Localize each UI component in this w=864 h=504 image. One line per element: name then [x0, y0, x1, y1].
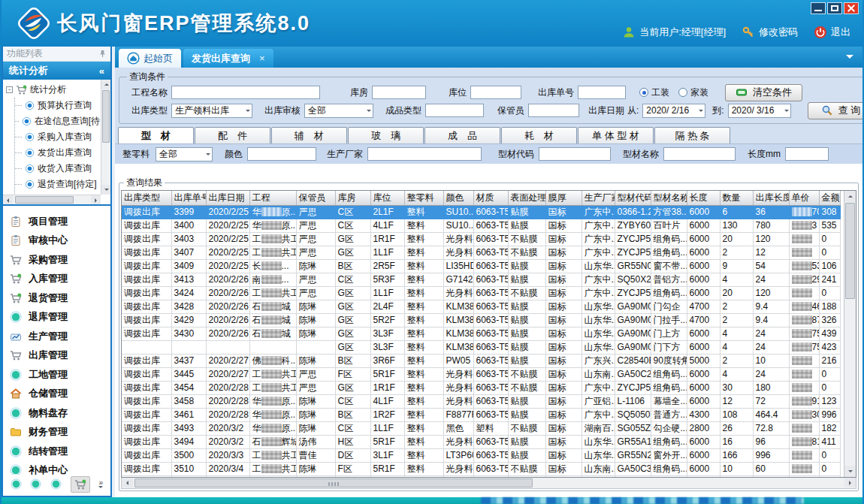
tree-hscroll-thumb[interactable] — [15, 196, 74, 204]
table-cell[interactable]: 6000 — [687, 381, 720, 394]
table-cell[interactable]: 6000 — [687, 435, 720, 448]
table-cell[interactable]: 2L4F — [370, 300, 404, 313]
radio-home[interactable]: 家装 — [678, 86, 708, 99]
table-cell[interactable]: 国标 — [545, 313, 582, 327]
table-cell[interactable]: 6000 — [687, 273, 720, 286]
table-cell[interactable]: 贴膜 — [508, 219, 545, 232]
table-cell[interactable]: 6000 — [687, 286, 720, 300]
table-cell[interactable]: 216 — [819, 354, 840, 367]
footer-cart-button[interactable] — [71, 476, 90, 493]
table-cell[interactable]: 24 — [753, 340, 789, 354]
table-cell[interactable]: 不贴膜 — [508, 462, 545, 475]
product-type-input[interactable] — [425, 104, 484, 117]
table-cell[interactable]: 3L1F — [370, 448, 404, 462]
table-cell[interactable]: 9.4 — [753, 313, 789, 327]
table-cell[interactable]: 整料 — [404, 313, 443, 327]
table-cell[interactable]: 百叶片 — [651, 219, 687, 232]
table-cell[interactable]: 石城 — [249, 300, 296, 313]
table-cell[interactable]: LT3P60 — [443, 448, 473, 462]
table-cell[interactable]: L-1106 — [615, 394, 651, 408]
table-cell[interactable]: 6000 — [687, 259, 720, 273]
order-no-input[interactable] — [578, 86, 626, 99]
tab-overflow-icon[interactable] — [846, 55, 853, 59]
table-hscroll-thumb[interactable] — [134, 478, 533, 487]
search-button[interactable]: 查 询 — [808, 102, 864, 119]
table-cell[interactable]: 山东华... — [582, 340, 615, 354]
table-cell[interactable]: 996 — [753, 448, 789, 462]
table-cell[interactable]: 2 — [720, 313, 753, 327]
table-cell[interactable]: 108 — [720, 408, 753, 421]
table-cell[interactable]: 窗不带... — [651, 259, 687, 273]
table-cell[interactable]: 整料 — [404, 219, 443, 232]
table-vertical-scrollbar[interactable] — [844, 191, 856, 477]
table-cell[interactable]: 门勾企 — [651, 300, 687, 313]
table-cell[interactable]: 工共工程 — [249, 381, 296, 394]
tree-scroll-up-icon[interactable] — [101, 80, 110, 89]
table-cell[interactable]: C28540B — [615, 354, 651, 367]
table-cell[interactable]: 调拨出库 — [122, 259, 171, 273]
table-cell[interactable]: 调拨出库 — [122, 313, 171, 327]
table-cell[interactable]: 国标 — [545, 219, 582, 232]
table-cell[interactable]: 整料 — [404, 448, 443, 462]
table-cell[interactable] — [296, 340, 335, 354]
table-cell[interactable]: 6000 — [687, 327, 720, 340]
table-cell[interactable]: 严思 — [296, 286, 335, 300]
table-cell[interactable]: 光身料 — [443, 435, 473, 448]
table-cell[interactable]: 整料 — [404, 354, 443, 367]
table-cell[interactable]: PW05 — [443, 354, 473, 367]
maximize-button[interactable] — [827, 2, 842, 14]
sidebar-module-8[interactable]: 工地管理 — [10, 365, 110, 385]
table-cell[interactable]: 陈琳 — [296, 462, 335, 475]
table-cell[interactable]: 整料 — [404, 367, 443, 381]
table-cell[interactable]: 0366-1.2 — [615, 205, 651, 219]
table-cell[interactable]: 24 — [753, 367, 789, 381]
table-cell[interactable]: ZYCJP5... — [615, 381, 651, 394]
table-cell[interactable]: 3494 — [171, 435, 206, 448]
table-cell[interactable]: G区 — [335, 313, 370, 327]
table-cell[interactable]: 182 — [819, 421, 840, 435]
table-cell[interactable]: 勾企硬... — [651, 421, 687, 435]
table-cell[interactable]: 4700 — [687, 313, 720, 327]
table-cell[interactable]: 2R5F — [370, 259, 404, 273]
table-row-19[interactable]: 调拨出库35102020/3/4工共工程陈琳F区5R1F整料光身料6063-T5… — [122, 462, 840, 475]
table-cell[interactable]: 2020/2/26 — [206, 286, 249, 300]
table-cell[interactable]: 光身料 — [443, 381, 473, 394]
table-cell[interactable]: 陈琳 — [296, 408, 335, 421]
table-cell[interactable]: 国标 — [545, 448, 582, 462]
table-cell[interactable]: 2020/3/3 — [206, 448, 249, 462]
table-cell[interactable]: 2 — [720, 246, 753, 259]
tree-scroll-left-icon[interactable] — [3, 195, 13, 205]
table-cell[interactable]: 国标 — [545, 435, 582, 448]
table-cell[interactable]: 华原... — [249, 394, 296, 408]
table-cell[interactable]: 130 — [720, 219, 753, 232]
table-cell[interactable]: 不贴膜 — [508, 232, 545, 246]
material-tab-7[interactable]: 隔 热 条 — [654, 127, 730, 143]
color-input[interactable] — [247, 147, 316, 161]
table-cell[interactable]: 不贴膜 — [508, 367, 545, 381]
table-cell[interactable]: 山东华... — [582, 327, 615, 340]
column-header-3[interactable]: 工程 — [249, 191, 296, 205]
table-cell[interactable]: 陈琳 — [296, 354, 335, 367]
table-cell[interactable]: 1R2F — [370, 408, 404, 421]
table-cell[interactable]: 窗外开... — [651, 448, 687, 462]
sidebar-module-12[interactable]: 结转管理 — [10, 442, 110, 461]
table-cell[interactable]: 严思 — [296, 219, 335, 232]
table-cell[interactable]: 调拨出库 — [122, 354, 171, 367]
table-cell[interactable]: 468 — [789, 300, 819, 313]
close-button[interactable] — [844, 2, 859, 14]
table-cell[interactable]: G区 — [335, 340, 370, 354]
table-cell[interactable]: 调拨出库 — [122, 219, 171, 232]
table-cell[interactable]: 方管38... — [651, 205, 687, 219]
table-cell[interactable]: 3424 — [171, 286, 206, 300]
column-header-12[interactable]: 生产厂家 — [582, 191, 615, 205]
outbound-type-select[interactable]: 生产领料出库 — [171, 104, 252, 118]
table-cell[interactable]: 调拨出库 — [122, 462, 171, 475]
table-cell[interactable]: 调拨出库 — [122, 300, 171, 313]
table-cell[interactable]: 国标 — [545, 205, 582, 219]
footer-dot-icon-3[interactable] — [50, 478, 62, 490]
table-cell[interactable]: 广东兴... — [582, 354, 615, 367]
column-header-6[interactable]: 库位 — [370, 191, 404, 205]
material-tab-3[interactable]: 玻 璃 — [348, 127, 424, 143]
table-cell[interactable]: G71422 — [443, 273, 473, 286]
table-cell[interactable]: 调拨出库 — [122, 408, 171, 421]
